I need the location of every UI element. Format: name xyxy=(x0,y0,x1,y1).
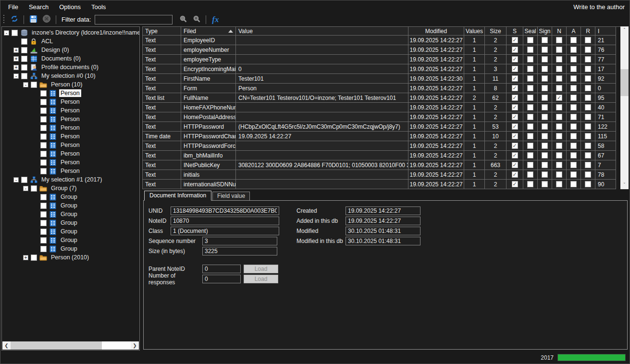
tab-field-value[interactable]: Field value xyxy=(212,192,250,200)
tree-checkbox[interactable] xyxy=(40,211,47,218)
flag-checkbox-s[interactable]: ✓ xyxy=(512,37,518,43)
flag-checkbox-seal[interactable] xyxy=(527,75,533,82)
flag-checkbox-seal[interactable] xyxy=(527,47,533,53)
flag-checkbox-s[interactable]: ✓ xyxy=(512,152,518,158)
flag-checkbox-s[interactable]: ✓ xyxy=(512,181,518,187)
tree-expander[interactable]: + xyxy=(13,48,19,53)
flag-checkbox-sign[interactable] xyxy=(542,152,548,158)
flag-checkbox-r[interactable] xyxy=(585,114,591,120)
tree-item[interactable]: Group xyxy=(2,218,139,227)
table-row[interactable]: Textinitials19.09.2025 14:22:2712✓78 xyxy=(143,170,620,180)
tab-document-information[interactable]: Document Information xyxy=(144,191,211,201)
flag-checkbox-r[interactable] xyxy=(585,181,591,187)
tree-item[interactable]: +Person (2010) xyxy=(2,253,139,262)
flag-checkbox-r[interactable] xyxy=(585,56,591,62)
flag-checkbox-a[interactable] xyxy=(570,133,577,139)
tree-checkbox[interactable] xyxy=(21,64,27,71)
tree-checkbox[interactable] xyxy=(40,142,47,148)
tree-item[interactable]: Group xyxy=(2,193,139,201)
flag-checkbox-sign[interactable] xyxy=(542,104,548,110)
field-input-unid[interactable] xyxy=(171,206,279,215)
flag-checkbox-r[interactable] xyxy=(585,143,591,149)
table-row[interactable]: TextHTTPPasswordForce...19.09.2025 14:22… xyxy=(143,141,620,151)
flag-checkbox-s[interactable]: ✓ xyxy=(512,133,518,139)
flag-checkbox-r[interactable] xyxy=(585,95,591,101)
flag-checkbox-seal[interactable] xyxy=(527,66,533,72)
tree-checkbox[interactable] xyxy=(31,185,37,192)
flag-checkbox-n[interactable] xyxy=(556,152,562,158)
action-input-number-of-responses[interactable] xyxy=(202,275,241,283)
flag-checkbox-n[interactable] xyxy=(556,114,562,120)
table-row[interactable]: TextemployeeNumber19.09.2025 14:22:2712✓… xyxy=(143,45,620,55)
tree-checkbox[interactable] xyxy=(40,90,47,97)
tree-item[interactable]: +Profile documents (0) xyxy=(2,63,139,72)
flag-checkbox-r[interactable] xyxy=(585,85,591,91)
field-input-size-in-bytes-[interactable] xyxy=(202,247,277,255)
flag-checkbox-s[interactable]: ✓ xyxy=(512,56,518,62)
tree-item[interactable]: Group xyxy=(2,236,139,244)
action-input-parent-noteid[interactable] xyxy=(202,265,241,273)
scroll-down-arrow[interactable]: ˇ xyxy=(620,181,629,189)
flag-checkbox-s[interactable]: ✓ xyxy=(512,47,518,53)
table-row[interactable]: Textibm_bhMailInfo19.09.2025 14:22:2712✓… xyxy=(143,151,620,160)
flag-checkbox-s[interactable]: ✓ xyxy=(512,143,518,149)
tree-item[interactable]: Person xyxy=(2,132,139,141)
table-row[interactable]: TextINetPublicKey30820122 300D0609 2A864… xyxy=(143,160,620,170)
flag-checkbox-n[interactable] xyxy=(556,75,562,82)
flag-checkbox-s[interactable]: ✓ xyxy=(512,171,518,178)
tree-checkbox[interactable] xyxy=(31,82,37,88)
tree-item[interactable]: Person xyxy=(2,167,139,175)
tree-expander[interactable]: - xyxy=(4,30,9,36)
menu-item-tools[interactable]: Tools xyxy=(87,1,112,12)
tree-item[interactable]: Person xyxy=(2,115,139,123)
table-row[interactable]: TextHomeFAXPhoneNum...19.09.2025 14:22:2… xyxy=(143,103,620,112)
flag-checkbox-a[interactable] xyxy=(570,171,577,178)
column-header-i[interactable]: I xyxy=(595,27,616,36)
menu-item-search[interactable]: Search xyxy=(25,1,55,12)
flag-checkbox-n[interactable] xyxy=(556,66,562,72)
flag-checkbox-sign[interactable] xyxy=(542,162,548,168)
tree-checkbox[interactable] xyxy=(40,133,47,140)
flag-checkbox-sign[interactable] xyxy=(542,143,548,149)
flag-checkbox-a[interactable] xyxy=(570,181,577,187)
column-header-a[interactable]: A xyxy=(567,27,581,36)
column-header-sign[interactable]: Sign xyxy=(538,27,552,36)
tree-item[interactable]: ACL xyxy=(2,37,139,46)
flag-checkbox-a[interactable] xyxy=(570,114,577,120)
field-input-created[interactable] xyxy=(346,206,420,215)
flag-checkbox-n[interactable] xyxy=(556,37,562,43)
flag-checkbox-n[interactable] xyxy=(556,143,562,149)
tree-checkbox[interactable] xyxy=(40,116,47,122)
tree-checkbox[interactable] xyxy=(40,125,47,131)
flag-checkbox-s[interactable]: ✓ xyxy=(512,66,518,72)
flag-checkbox-sign[interactable] xyxy=(542,123,548,130)
tree-checkbox[interactable] xyxy=(12,30,18,36)
flag-checkbox-sign[interactable] xyxy=(542,114,548,120)
write-to-author-link[interactable]: Write to the author xyxy=(573,3,630,11)
flag-checkbox-n[interactable] xyxy=(556,171,562,178)
formula-button[interactable]: fx xyxy=(210,14,221,25)
tree-checkbox[interactable] xyxy=(31,255,37,261)
field-input-modified-in-this-db[interactable] xyxy=(346,237,420,245)
flag-checkbox-a[interactable] xyxy=(570,152,577,158)
flag-checkbox-a[interactable] xyxy=(570,75,577,82)
tree-item[interactable]: Person xyxy=(2,106,139,115)
search-button[interactable] xyxy=(177,14,189,25)
flag-checkbox-s[interactable]: ✓ xyxy=(512,75,518,82)
tree-item[interactable]: -My selection #1 (2017) xyxy=(2,175,139,184)
flag-checkbox-n[interactable] xyxy=(556,56,562,62)
flag-checkbox-seal[interactable] xyxy=(527,85,533,91)
tree-item[interactable]: -Group (7) xyxy=(2,184,139,193)
scroll-track[interactable] xyxy=(620,35,629,181)
flag-checkbox-n[interactable] xyxy=(556,181,562,187)
tree-expander[interactable]: + xyxy=(23,255,28,260)
toolbar-grip[interactable] xyxy=(3,15,5,24)
tree-expander[interactable]: - xyxy=(23,186,28,191)
field-input-sequence-number[interactable] xyxy=(202,237,277,245)
flag-checkbox-n[interactable] xyxy=(556,85,562,91)
tree-expander[interactable]: + xyxy=(13,65,19,70)
scroll-track[interactable] xyxy=(11,341,131,350)
flag-checkbox-a[interactable] xyxy=(570,104,577,110)
flag-checkbox-seal[interactable] xyxy=(527,133,533,139)
save-button[interactable] xyxy=(27,14,39,25)
